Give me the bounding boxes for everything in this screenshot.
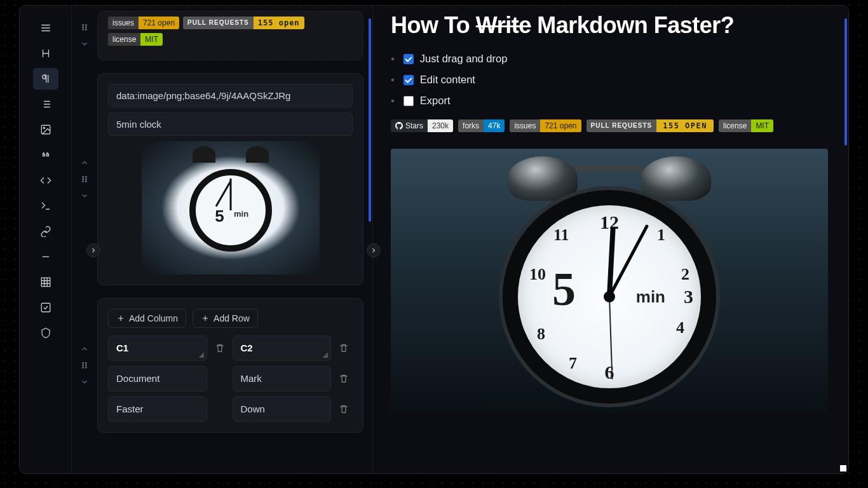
preview-panel: How To Write Markdown Faster? Just drag … [373, 6, 848, 473]
checklist: Just drag and drop Edit content Export [391, 53, 836, 107]
grip-icon[interactable] [79, 22, 90, 33]
table-actions: Add Column Add Row [108, 309, 353, 328]
svg-point-5 [85, 25, 86, 26]
list-item: Just drag and drop [391, 53, 836, 65]
image-src-input[interactable]: data:image/png;base64,/9j/4AAQSkZJRg [108, 84, 353, 107]
svg-point-18 [83, 365, 84, 366]
image-icon[interactable] [33, 119, 58, 140]
issues-badge: issues721 open [108, 17, 179, 29]
table-grid: C1 C2 Document Mark Faster Down [108, 336, 353, 422]
page-title: How To Write Markdown Faster? [391, 12, 836, 39]
grip-icon[interactable] [79, 173, 90, 185]
table-cell[interactable]: Document [108, 366, 207, 391]
svg-point-7 [85, 27, 86, 28]
table-header-cell[interactable]: C1 [108, 336, 207, 361]
clock-big-number: 5 [552, 262, 576, 316]
block-drag-handles[interactable] [79, 157, 90, 201]
table-cell[interactable]: Down [233, 396, 332, 422]
forks-badge: forks47k [458, 119, 505, 132]
svg-point-14 [83, 181, 84, 182]
svg-point-4 [83, 25, 84, 26]
checklist-icon[interactable] [33, 297, 58, 318]
code-icon[interactable] [33, 170, 58, 191]
editor-scrollbar[interactable] [369, 18, 371, 222]
issues-badge: issues721 open [510, 119, 581, 132]
badges-block[interactable]: issues721 open pull requests155 open lic… [97, 11, 363, 60]
paragraph-icon[interactable] [33, 68, 58, 90]
checkbox-checked-icon[interactable] [403, 75, 414, 85]
svg-point-17 [85, 363, 86, 364]
svg-point-15 [85, 181, 86, 182]
link-icon[interactable] [33, 220, 58, 242]
preview-scrollbar[interactable] [844, 18, 847, 146]
table-cell[interactable]: Mark [233, 366, 332, 391]
chevron-up-icon[interactable] [79, 343, 90, 355]
delete-column-icon[interactable] [335, 343, 353, 353]
svg-point-8 [83, 29, 84, 30]
menu-icon[interactable] [33, 17, 58, 39]
table-header-cell[interactable]: C2 [233, 336, 332, 361]
terminal-icon[interactable] [33, 195, 58, 217]
list-item: Export [391, 95, 836, 107]
hero-image: 12 1 2 3 4 6 7 8 10 11 5 min [391, 149, 828, 413]
image-preview-thumbnail: 5 min [142, 141, 320, 274]
collapse-editor-button[interactable] [367, 243, 381, 257]
chevron-down-icon[interactable] [79, 190, 90, 201]
add-row-button[interactable]: Add Row [193, 309, 258, 328]
svg-rect-2 [41, 278, 50, 287]
image-block[interactable]: data:image/png;base64,/9j/4AAQSkZJRg 5mi… [97, 73, 363, 285]
table-icon[interactable] [33, 271, 58, 293]
svg-point-1 [43, 127, 44, 128]
chevron-down-icon[interactable] [79, 38, 90, 50]
clock-big-number: 5 [215, 207, 224, 226]
checkbox-icon[interactable] [403, 96, 414, 106]
svg-point-21 [85, 367, 86, 369]
pr-badge: PULL REQUESTS155 OPEN [587, 119, 714, 132]
delete-row-icon[interactable] [335, 374, 353, 384]
table-cell[interactable]: Faster [108, 396, 207, 422]
list-icon[interactable] [33, 93, 58, 115]
hr-icon[interactable] [33, 246, 58, 268]
table-block[interactable]: Add Column Add Row C1 C2 Document Mark F… [97, 298, 363, 433]
pr-badge: pull requests155 open [183, 17, 304, 29]
svg-point-10 [83, 177, 84, 178]
svg-rect-3 [41, 303, 50, 312]
app-window: issues721 open pull requests155 open lic… [19, 5, 849, 474]
svg-point-9 [85, 29, 86, 30]
svg-point-20 [83, 367, 84, 369]
block-drag-handles[interactable] [79, 343, 90, 388]
heading-icon[interactable] [33, 43, 58, 64]
stars-badge: Stars230k [391, 119, 453, 132]
svg-point-6 [83, 27, 84, 28]
badges-row: Stars230k forks47k issues721 open PULL R… [391, 119, 836, 132]
license-badge: licenseMIT [108, 33, 163, 46]
block-toolbar [20, 6, 72, 473]
collapse-toolbar-button[interactable] [86, 243, 100, 257]
license-badge: licenseMIT [719, 119, 773, 132]
svg-point-19 [85, 365, 86, 366]
badge-row-2: licenseMIT [108, 33, 353, 46]
svg-point-12 [83, 179, 84, 180]
image-alt-input[interactable]: 5min clock [108, 112, 353, 136]
svg-point-13 [85, 179, 86, 180]
shield-icon[interactable] [33, 322, 58, 344]
chevron-up-icon[interactable] [79, 157, 90, 168]
add-column-button[interactable]: Add Column [108, 309, 186, 328]
list-item: Edit content [391, 74, 836, 86]
editor-panel: issues721 open pull requests155 open lic… [72, 6, 373, 473]
chevron-down-icon[interactable] [79, 376, 90, 388]
delete-row-icon[interactable] [335, 404, 353, 414]
clock-min-text: min [636, 287, 665, 306]
badge-row-1: issues721 open pull requests155 open [108, 17, 353, 29]
grip-icon[interactable] [79, 360, 90, 371]
quote-icon[interactable] [33, 144, 58, 166]
delete-column-icon[interactable] [211, 343, 229, 353]
checkbox-checked-icon[interactable] [403, 54, 414, 64]
resize-handle[interactable] [840, 465, 846, 471]
svg-point-11 [85, 177, 86, 178]
svg-point-16 [83, 363, 84, 364]
clock-min-text: min [234, 209, 248, 219]
block-drag-handles[interactable] [79, 22, 90, 50]
